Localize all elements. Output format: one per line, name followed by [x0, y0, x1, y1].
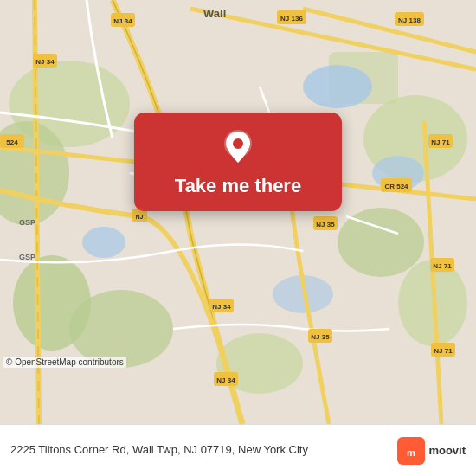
svg-point-9 — [13, 255, 91, 351]
svg-text:Wall: Wall — [203, 7, 226, 20]
svg-text:NJ 34: NJ 34 — [216, 376, 235, 384]
address-text: 2225 Tiltons Corner Rd, Wall Twp, NJ 077… — [10, 442, 397, 458]
svg-text:NJ 138: NJ 138 — [398, 16, 421, 24]
svg-text:NJ 71: NJ 71 — [431, 138, 450, 146]
svg-text:NJ 71: NJ 71 — [434, 347, 453, 355]
moovit-logo: m moovit — [397, 437, 466, 465]
svg-text:NJ: NJ — [136, 214, 144, 220]
svg-text:GSP: GSP — [19, 218, 35, 227]
svg-text:GSP: GSP — [19, 253, 35, 261]
map-container: GSP GSP NJ 34 NJ 34 NJ NJ 34 NJ 34 NJ 13… — [0, 0, 476, 424]
svg-point-10 — [303, 65, 372, 108]
svg-text:NJ 136: NJ 136 — [280, 15, 303, 23]
moovit-logo-icon: m — [397, 437, 425, 465]
location-pin-icon — [219, 128, 257, 166]
take-me-there-button[interactable]: Take me there — [175, 175, 301, 197]
svg-text:524: 524 — [6, 138, 18, 146]
svg-text:NJ 34: NJ 34 — [113, 17, 132, 25]
svg-text:NJ 35: NJ 35 — [311, 333, 330, 341]
osm-attribution: © OpenStreetMap contributors — [3, 357, 126, 368]
svg-text:CR 524: CR 524 — [384, 183, 408, 190]
svg-text:NJ 34: NJ 34 — [212, 303, 231, 311]
svg-point-46 — [233, 138, 243, 149]
overlay-card: Take me there — [134, 113, 342, 211]
svg-point-12 — [82, 227, 125, 258]
moovit-brand-label: moovit — [428, 444, 466, 457]
svg-text:NJ 35: NJ 35 — [316, 221, 335, 228]
svg-text:NJ 71: NJ 71 — [433, 262, 452, 270]
bottom-bar: 2225 Tiltons Corner Rd, Wall Twp, NJ 077… — [0, 424, 476, 476]
svg-text:m: m — [407, 447, 415, 458]
svg-text:NJ 34: NJ 34 — [35, 58, 55, 66]
